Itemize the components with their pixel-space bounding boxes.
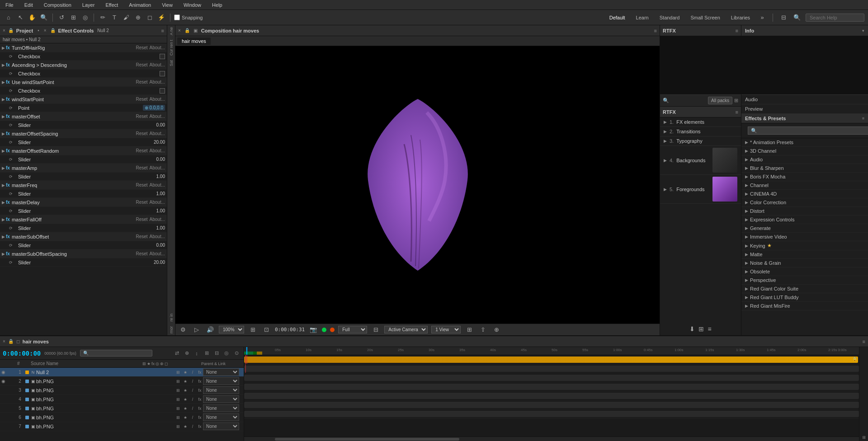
about-masterOffset[interactable]: About... bbox=[150, 114, 165, 119]
about-masterOffsetSpacing[interactable]: About... bbox=[150, 131, 165, 136]
effect-masterSubOffset[interactable]: ▶ fx masterSubOffset Reset About... bbox=[0, 232, 167, 241]
comp-settings-icon[interactable]: ⚙ bbox=[178, 325, 188, 335]
effect-row-slider-1[interactable]: ⟳ Slider 0.00 bbox=[0, 121, 167, 129]
comp-preview-icon[interactable]: ▷ bbox=[192, 325, 202, 335]
menu-layer[interactable]: Layer bbox=[80, 1, 97, 9]
screen-icon[interactable]: ⊟ bbox=[778, 13, 788, 23]
reset-masterSubOffsetSpacing[interactable]: Reset bbox=[136, 251, 147, 256]
comp-grid-icon[interactable]: ⊡ bbox=[261, 325, 271, 335]
hand-icon[interactable]: ✋ bbox=[27, 13, 37, 23]
about-masterSubOffset[interactable]: About... bbox=[150, 234, 165, 239]
track-row-6[interactable] bbox=[244, 400, 859, 409]
project-close[interactable]: × bbox=[3, 28, 5, 33]
ls-3-3[interactable]: / bbox=[189, 388, 196, 393]
brush-icon[interactable]: 🖌 bbox=[121, 13, 131, 23]
workspace-smallscreen[interactable]: Small Screen bbox=[687, 14, 723, 22]
fx-search-input[interactable] bbox=[748, 127, 868, 135]
comp-quality-select[interactable]: Full Half Quarter bbox=[338, 326, 367, 333]
about-windStartPoint[interactable]: About... bbox=[150, 80, 165, 84]
ls-5-4[interactable]: fx bbox=[197, 406, 203, 411]
comp-safe-icon[interactable]: ⊟ bbox=[371, 325, 381, 335]
effect-row-checkbox-2[interactable]: ⟳ Checkbox bbox=[0, 70, 167, 78]
rtfx-list-view-icon[interactable]: ≡ bbox=[708, 325, 711, 333]
ls-4-2[interactable]: ★ bbox=[182, 397, 189, 402]
effect-row-point[interactable]: ⟳ Point ⊕ 0.0,0.0 bbox=[0, 104, 167, 112]
ls-1-1[interactable]: ⊞ bbox=[175, 370, 181, 375]
track-row-5[interactable] bbox=[244, 391, 859, 400]
fx-item-blur[interactable]: ▶ Blur & Sharpen bbox=[741, 164, 868, 173]
fx-item-color[interactable]: ▶ Color Correction bbox=[741, 198, 868, 207]
track-row-2[interactable] bbox=[244, 364, 859, 373]
effect-masterAmp[interactable]: ▶ fx masterAmp Reset About... bbox=[0, 164, 167, 173]
reset-masterFreq[interactable]: Reset bbox=[136, 183, 147, 188]
track-row-3[interactable] bbox=[244, 373, 859, 382]
layer-row-5[interactable]: 5 ▣ bh.PNG ⊞ ★ / fx None bbox=[0, 404, 244, 413]
comp-zoom-select[interactable]: 100% 50% 200% bbox=[219, 326, 244, 333]
workspace-libraries[interactable]: Libraries bbox=[727, 14, 754, 22]
fx-item-noise[interactable]: ▶ Noise & Grain bbox=[741, 259, 868, 267]
effect-row-checkbox-3[interactable]: ⟳ Checkbox bbox=[0, 87, 167, 95]
fx-item-keying[interactable]: ▶ Keying ★ bbox=[741, 241, 868, 250]
ls-6-3[interactable]: / bbox=[189, 415, 196, 420]
layer-row-3[interactable]: 3 ▣ bh.PNG ⊞ ★ / fx None bbox=[0, 386, 244, 395]
pen-icon[interactable]: ✏ bbox=[98, 13, 108, 23]
reset-masterSubOffset[interactable]: Reset bbox=[136, 234, 147, 239]
menu-window[interactable]: Window bbox=[182, 1, 203, 9]
playhead[interactable] bbox=[246, 347, 247, 355]
eraser-icon[interactable]: ◻ bbox=[145, 13, 155, 23]
project-lock[interactable]: 🔒 bbox=[8, 28, 14, 33]
effect-masterFallOff[interactable]: ▶ fx masterFallOff Reset About... bbox=[0, 215, 167, 224]
ls-7-1[interactable]: ⊞ bbox=[175, 424, 181, 429]
comp-camera-select[interactable]: Active Camera bbox=[384, 326, 428, 333]
timeline-lock[interactable]: 🔒 bbox=[8, 339, 14, 344]
ls-7-2[interactable]: ★ bbox=[182, 424, 189, 429]
effect-masterOffset[interactable]: ▶ fx masterOffset Reset About... bbox=[0, 112, 167, 121]
track-row-1[interactable]: 🔒 bbox=[244, 355, 859, 364]
tl-tool-2[interactable]: ⊕ bbox=[182, 349, 191, 357]
rtfx-cat-4[interactable]: ▶ 4. Backgrounds bbox=[660, 146, 741, 175]
fx-item-boris[interactable]: ▶ Boris FX Mocha bbox=[741, 173, 868, 181]
tl-tool-1[interactable]: ⇄ bbox=[172, 349, 181, 357]
layer-vis-1[interactable]: ◉ bbox=[0, 370, 6, 375]
rtfx-grid-icon[interactable]: ⊞ bbox=[734, 98, 738, 103]
layer-parent-select-5[interactable]: None bbox=[203, 404, 239, 412]
more-workspaces-icon[interactable]: » bbox=[757, 13, 767, 23]
menu-edit[interactable]: Edit bbox=[23, 1, 35, 9]
ls-5-3[interactable]: / bbox=[189, 406, 196, 411]
ls-5-2[interactable]: ★ bbox=[182, 406, 189, 411]
workspace-learn[interactable]: Learn bbox=[632, 14, 652, 22]
workspace-standard[interactable]: Standard bbox=[656, 14, 684, 22]
fx-item-cinema[interactable]: ▶ CINEMA 4D bbox=[741, 190, 868, 198]
about-masterFallOff[interactable]: About... bbox=[150, 217, 165, 222]
reset-masterOffsetRandom[interactable]: Reset bbox=[136, 148, 147, 153]
rtfx-grid-view-icon[interactable]: ⊞ bbox=[698, 325, 704, 333]
effect-AscDesc[interactable]: ▶ fx Ascending > Descending Reset About.… bbox=[0, 61, 167, 70]
effect-controls-close[interactable]: × bbox=[44, 28, 47, 33]
layer-row-1[interactable]: ◉ 1 N Null 2 ⊞ ★ / fx None bbox=[0, 368, 244, 377]
ls-4-4[interactable]: fx bbox=[197, 397, 203, 402]
rtfx-all-packs-btn[interactable]: All packs bbox=[708, 97, 732, 104]
effect-masterOffsetRandom[interactable]: ▶ fx masterOffsetRandom Reset About... bbox=[0, 146, 167, 155]
ls-3-4[interactable]: fx bbox=[197, 388, 203, 393]
preview-section-btn[interactable]: Preview bbox=[741, 104, 868, 114]
fx-item-audio[interactable]: ▶ Audio bbox=[741, 155, 868, 164]
text-icon[interactable]: T bbox=[109, 13, 119, 23]
puppet-icon[interactable]: ⚡ bbox=[156, 13, 166, 23]
fx-item-matte[interactable]: ▶ Matte bbox=[741, 250, 868, 259]
comp-lock[interactable]: 🔒 bbox=[184, 28, 190, 33]
about-masterFreq[interactable]: About... bbox=[150, 183, 165, 188]
ls-3-2[interactable]: ★ bbox=[182, 388, 189, 393]
effect-masterDelay[interactable]: ▶ fx masterDelay Reset About... bbox=[0, 198, 167, 207]
effect-masterFreq[interactable]: ▶ fx masterFreq Reset About... bbox=[0, 181, 167, 190]
effect-row-checkbox-1[interactable]: ⟳ Checkbox bbox=[0, 52, 167, 61]
menu-view[interactable]: View bbox=[160, 1, 175, 9]
rotate-icon[interactable]: ↺ bbox=[57, 13, 66, 23]
reset-masterOffset[interactable]: Reset bbox=[136, 114, 147, 119]
ls-5-1[interactable]: ⊞ bbox=[175, 406, 181, 411]
about-TurnOffHairRig[interactable]: About... bbox=[150, 45, 165, 50]
track-row-7[interactable] bbox=[244, 409, 859, 418]
effect-controls-lock[interactable]: 🔒 bbox=[50, 28, 56, 33]
effect-windSP[interactable]: ▶ fx windStartPoint Reset About... bbox=[0, 95, 167, 104]
about-masterOffsetRandom[interactable]: About... bbox=[150, 148, 165, 153]
checkbox-2[interactable] bbox=[160, 71, 165, 76]
